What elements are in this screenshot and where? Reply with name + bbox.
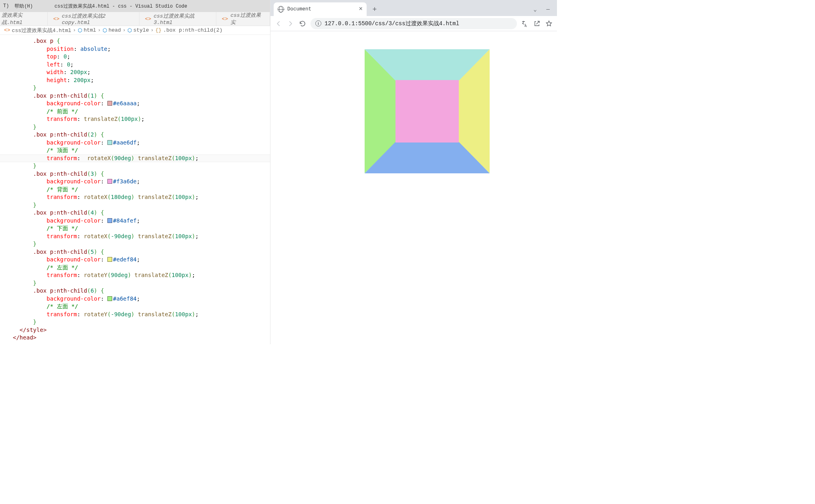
vscode-tab[interactable]: <> css过渡效果实战2 copy.html xyxy=(48,12,139,26)
star-icon[interactable] xyxy=(545,20,553,28)
chevron-right-icon: › xyxy=(98,27,101,33)
brace-icon: {} xyxy=(155,27,162,33)
reload-button[interactable] xyxy=(299,20,307,28)
cube-icon: ⬡ xyxy=(78,27,82,34)
vscode-tab-label: 渡效果实战.html xyxy=(2,12,42,26)
address-bar[interactable]: i 127.0.0.1:5500/css/3/css过渡效果实战4.html xyxy=(311,18,517,29)
cube-icon: ⬡ xyxy=(103,27,107,34)
chevron-right-icon: › xyxy=(123,27,126,33)
cube-face-back xyxy=(395,80,459,143)
chrome-window: Document × + ⌄ — i 127.0.0.1:5500/css/3/… xyxy=(270,0,557,344)
cube-icon: ⬡ xyxy=(127,27,132,34)
html-file-icon: <> xyxy=(145,16,151,22)
forward-button[interactable] xyxy=(286,20,295,28)
vscode-tab[interactable]: <> css过渡效果实战3.html xyxy=(139,12,216,26)
code-content: .box p { position: absolute; top: 0; lef… xyxy=(13,37,270,342)
chrome-page xyxy=(270,31,557,344)
breadcrumb-item[interactable]: .box p:nth-child(2) xyxy=(163,27,222,33)
chrome-toolbar: i 127.0.0.1:5500/css/3/css过渡效果实战4.html xyxy=(270,16,557,31)
vscode-titlebar: T) 帮助(H) css过渡效果实战4.html - css - Visual … xyxy=(0,0,270,12)
site-info-icon[interactable]: i xyxy=(315,20,321,26)
breadcrumb-item[interactable]: css过渡效果实战4.html xyxy=(12,27,71,34)
new-tab-button[interactable]: + xyxy=(369,4,380,15)
globe-icon xyxy=(278,6,284,12)
breadcrumb-item[interactable]: head xyxy=(109,27,121,33)
chevron-right-icon: › xyxy=(73,27,76,33)
cube-render xyxy=(365,49,490,173)
share-icon[interactable] xyxy=(533,20,541,28)
vscode-tab-label: css过渡效果实战3.html xyxy=(153,12,210,26)
minimize-icon[interactable]: — xyxy=(547,6,550,13)
vscode-tab-label: css过渡效果实战2 copy.html xyxy=(62,12,133,26)
translate-icon[interactable] xyxy=(521,20,529,28)
vscode-tab[interactable]: 渡效果实战.html xyxy=(0,12,48,26)
vscode-tabs: 渡效果实战.html <> css过渡效果实战2 copy.html <> cs… xyxy=(0,12,270,26)
chrome-tab-title: Document xyxy=(287,6,311,12)
vscode-menu-partial[interactable]: T) xyxy=(3,3,9,9)
back-button[interactable] xyxy=(274,20,282,28)
window-controls: ⌄ — xyxy=(533,6,557,16)
breadcrumb-item[interactable]: style xyxy=(133,27,149,33)
chrome-tab[interactable]: Document × xyxy=(274,2,367,16)
close-icon[interactable]: × xyxy=(359,6,363,13)
vscode-tab[interactable]: <> css过渡效果实 xyxy=(216,12,270,26)
url-text: 127.0.0.1:5500/css/3/css过渡效果实战4.html xyxy=(325,20,459,27)
vscode-tab-label: css过渡效果实 xyxy=(230,12,264,26)
chevron-down-icon[interactable]: ⌄ xyxy=(533,6,537,13)
html-file-icon: <> xyxy=(4,27,10,33)
vscode-window: T) 帮助(H) css过渡效果实战4.html - css - Visual … xyxy=(0,0,270,344)
vscode-breadcrumbs[interactable]: <> css过渡效果实战4.html › ⬡ html › ⬡ head › ⬡… xyxy=(0,26,270,35)
vscode-menu-help[interactable]: 帮助(H) xyxy=(14,3,33,10)
html-file-icon: <> xyxy=(53,16,60,22)
chevron-right-icon: › xyxy=(151,27,154,33)
chrome-tabstrip: Document × + ⌄ — xyxy=(270,0,557,16)
breadcrumb-item[interactable]: html xyxy=(84,27,96,33)
html-file-icon: <> xyxy=(222,16,228,22)
vscode-window-title: css过渡效果实战4.html - css - Visual Studio Co… xyxy=(54,3,187,10)
vscode-editor[interactable]: .box p { position: absolute; top: 0; lef… xyxy=(0,35,270,344)
